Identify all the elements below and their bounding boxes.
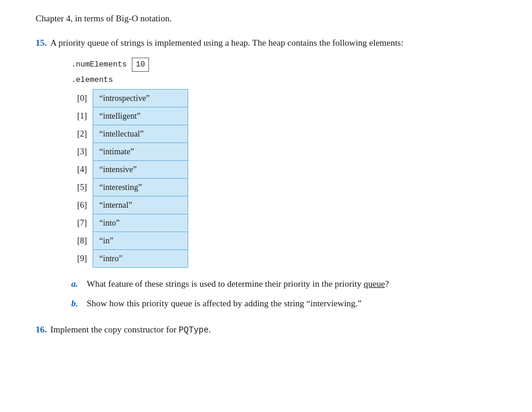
- array-value-3: “intimate”: [93, 143, 188, 161]
- array-row-0: [0]“introspective”: [71, 90, 188, 107]
- array-row-5: [5]“interesting”: [71, 179, 188, 197]
- array-index-6: [6]: [71, 197, 93, 214]
- array-index-1: [1]: [71, 107, 93, 125]
- sub-a-label: a.: [71, 277, 82, 291]
- array-row-3: [3]“intimate”: [71, 143, 188, 161]
- array-index-5: [5]: [71, 179, 93, 197]
- num-elements-value: 10: [132, 58, 150, 72]
- array-index-4: [4]: [71, 161, 93, 179]
- array-index-9: [9]: [71, 250, 93, 268]
- array-row-4: [4]“intensive”: [71, 161, 188, 179]
- array-value-4: “intensive”: [93, 161, 188, 179]
- array-value-9: “intro”: [93, 250, 188, 268]
- array-index-2: [2]: [71, 125, 93, 143]
- array-row-6: [6]“internal”: [71, 197, 188, 214]
- array-row-8: [8]“in”: [71, 232, 188, 250]
- queue-underline: queue: [364, 279, 385, 289]
- array-value-7: “into”: [93, 214, 188, 232]
- array-value-1: “intelligent”: [93, 107, 188, 125]
- array-value-8: “in”: [93, 232, 188, 250]
- question-16: 16. Implement the copy constructor for P…: [36, 323, 508, 337]
- q16-number: 16.: [36, 323, 47, 337]
- array-value-2: “intellectual”: [93, 125, 188, 143]
- q16-code: PQType: [179, 325, 208, 335]
- array-value-6: “internal”: [93, 197, 188, 214]
- num-elements-label: .numElements: [71, 59, 127, 71]
- elements-label: .elements: [71, 74, 508, 86]
- intro-content: Chapter 4, in terms of Big-O notation.: [36, 14, 172, 23]
- array-index-7: [7]: [71, 214, 93, 232]
- array-row-9: [9]“intro”: [71, 250, 188, 268]
- sub-b-label: b.: [71, 297, 82, 310]
- sub-a-text: What feature of these strings is used to…: [87, 277, 508, 291]
- array-table: [0]“introspective”[1]“intelligent”[2]“in…: [71, 89, 188, 268]
- num-elements-row: .numElements 10: [71, 58, 508, 72]
- sub-b-text: Show how this priority queue is affected…: [87, 297, 508, 310]
- q16-text: Implement the copy constructor for PQTyp…: [50, 323, 211, 337]
- sub-question-b: b. Show how this priority queue is affec…: [71, 297, 508, 310]
- array-value-0: “introspective”: [93, 90, 188, 107]
- sub-questions: a. What feature of these strings is used…: [71, 277, 508, 310]
- q15-text: A priority queue of strings is implement…: [50, 36, 404, 50]
- array-row-2: [2]“intellectual”: [71, 125, 188, 143]
- question-15: 15. A priority queue of strings is imple…: [36, 36, 508, 310]
- array-value-5: “interesting”: [93, 179, 188, 197]
- q15-number: 15.: [36, 36, 47, 50]
- array-row-7: [7]“into”: [71, 214, 188, 232]
- array-index-3: [3]: [71, 143, 93, 161]
- array-index-8: [8]: [71, 232, 93, 250]
- array-row-1: [1]“intelligent”: [71, 107, 188, 125]
- array-index-0: [0]: [71, 90, 93, 107]
- sub-question-a: a. What feature of these strings is used…: [71, 277, 508, 291]
- intro-text: Chapter 4, in terms of Big-O notation.: [36, 12, 508, 26]
